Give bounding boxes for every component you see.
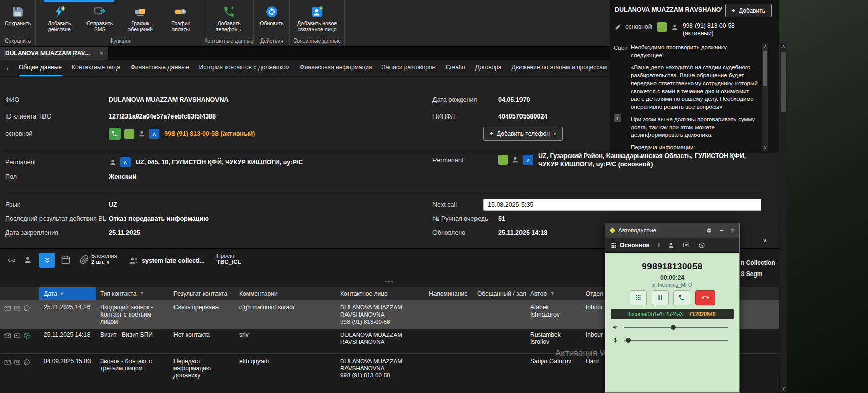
next-call-input[interactable] [483,199,761,211]
status-green-square[interactable] [498,155,508,165]
address-left-label: Permanent [5,159,109,166]
tab-contact-history[interactable]: История контактов с должником [199,60,290,76]
primary-phone-value[interactable]: 998 (91) 813-00-58 (активный) [164,130,255,137]
main-scrollbar[interactable]: ∧ ∨ [780,43,787,392]
sort-chevron-icon: ∨ [60,291,64,296]
tab-general-data[interactable]: Общие данные [19,60,62,76]
minimize-icon[interactable]: – [720,227,723,234]
payment-chart-button[interactable]: График оплаты [160,4,201,33]
gear-icon[interactable] [706,227,712,234]
check-circle-icon[interactable] [23,332,30,339]
scrollbar-thumb[interactable] [781,52,786,112]
history-clock-icon[interactable] [698,242,705,249]
people-icon [128,256,139,266]
contact-card-icon[interactable] [14,332,21,339]
expand-all-toggle-button[interactable] [39,253,55,268]
tab-financial-data[interactable]: Финансовые данные [131,60,189,76]
scroll-down-chevron-icon[interactable]: ∨ [763,237,767,244]
back-chevron-icon[interactable]: ‹ [6,64,9,72]
record-tab[interactable]: DULANOVA MUAZZAM RAV... × [0,47,108,60]
status-green-square[interactable] [124,129,134,139]
softphone-tab-main[interactable]: Основное [611,242,649,249]
paperclip-icon[interactable] [79,255,89,264]
call-button[interactable] [109,128,121,140]
mic-volume-slider[interactable] [624,340,728,341]
column-header-type[interactable]: Тип контакта [96,287,169,300]
tab-contact-persons[interactable]: Контактные лица [72,60,120,76]
contact-card-icon[interactable] [14,305,21,312]
slider-knob[interactable] [671,325,676,330]
hangup-button[interactable] [695,290,715,305]
send-sms-button[interactable]: Отправить SMS [79,4,120,33]
attachments-control[interactable]: Вложения 2 шт. ∨ [91,253,117,265]
column-header-author[interactable]: Автор [526,287,582,300]
person-icon[interactable] [23,255,32,264]
contact-card-icon[interactable] [14,359,21,366]
scrollbar-thumb[interactable] [763,51,767,86]
check-circle-icon[interactable] [23,359,30,366]
contact-tab-icon[interactable] [668,242,675,249]
apps-grid-icon [611,242,617,248]
scroll-up-arrow-icon[interactable]: ∧ [762,43,768,50]
column-header-result[interactable]: Результат контакта [169,287,235,300]
add-related-person-button[interactable]: Добавить новое связанное лицо [293,4,341,33]
hold-button[interactable] [652,290,669,305]
tab-stages-processes[interactable]: Движение по этапам и процессам [512,60,607,76]
add-action-icon [53,5,66,18]
status-green-square[interactable] [657,22,667,32]
project-field[interactable]: Проект TBC_ICL [216,253,241,265]
column-header-promised[interactable]: Обещанный / заявл [473,287,526,300]
close-icon[interactable]: × [100,50,103,57]
link-icon[interactable] [7,256,16,265]
speaker-volume-slider[interactable] [624,327,728,328]
close-icon[interactable]: × [731,227,734,234]
collapse-chevron-up-icon[interactable]: ∧ [149,129,159,139]
collapse-chevron-up-icon[interactable]: ∧ [120,157,131,167]
panel-scrollbar[interactable]: ∧ ∨ [762,43,768,151]
tab-creatio[interactable]: Creatio [446,60,465,76]
column-header-contact[interactable]: Контактное лицо [336,287,425,300]
pencil-icon[interactable] [615,24,621,30]
transfer-call-button[interactable] [673,290,690,305]
sms-tab-icon[interactable] [683,242,690,249]
panel-contact-name: DULANOVA MUAZZAM RAVSHANOV... [615,6,722,13]
panel-phone-number[interactable]: 998 (91) 813-00-58(активный) [683,22,735,37]
attachments-count: 2 шт. [91,259,105,265]
hangup-phone-icon [702,294,709,301]
language-value: UZ [109,201,117,208]
scroll-down-arrow-icon[interactable]: ∨ [780,385,787,392]
dialpad-button[interactable] [630,290,647,305]
envelope-icon[interactable] [4,359,11,366]
column-header-comments[interactable]: Комментарии [235,287,336,300]
scroll-up-arrow-icon[interactable]: ∧ [780,43,787,50]
calendar-icon[interactable] [61,255,71,265]
envelope-icon[interactable] [4,305,11,312]
project-label: Проект [216,253,241,259]
panel-add-button[interactable]: + Добавить [725,4,772,17]
cell-type: Визит - Визит БПИ [96,328,169,353]
check-circle-icon[interactable] [23,305,30,312]
refresh-button[interactable]: Обновить [257,4,286,27]
add-action-button[interactable]: Добавить действие [39,4,79,33]
language-label: Язык [5,201,109,208]
promise-chart-button[interactable]: График обещаний [120,4,160,33]
tab-contracts[interactable]: Договора [475,60,502,76]
slider-knob[interactable] [626,338,631,343]
owner-name[interactable]: system late collecti... [142,257,205,264]
add-phone-ribbon-button[interactable]: Добавить телефон ∨ [209,4,249,34]
save-button[interactable]: Сохранить [3,4,32,27]
scroll-down-arrow-icon[interactable]: ∨ [762,144,768,151]
info-icon[interactable]: i [658,241,660,249]
column-header-date[interactable]: Дата∨ [39,287,96,300]
envelope-icon[interactable] [4,332,11,339]
field-language: Язык UZ [5,201,117,208]
tab-call-records[interactable]: Записи разговоров [382,60,436,76]
client-id-label: ID клиента TBC [5,113,109,120]
collapse-chevron-up-icon[interactable]: ∧ [523,155,533,165]
column-header-reminder[interactable]: Напоминание [425,287,473,300]
softphone-titlebar[interactable]: Автоподнятие – × [605,223,739,238]
manual-queue-label: № Ручная очередь [432,215,498,222]
tab-financial-info[interactable]: Финансовая информация [300,60,372,76]
add-phone-button[interactable]: + Добавить телефон ∨ [483,127,563,141]
cell-contact: DULANOVA MUAZZAM RAVSHANOVNA 998 (91) 81… [336,300,425,329]
